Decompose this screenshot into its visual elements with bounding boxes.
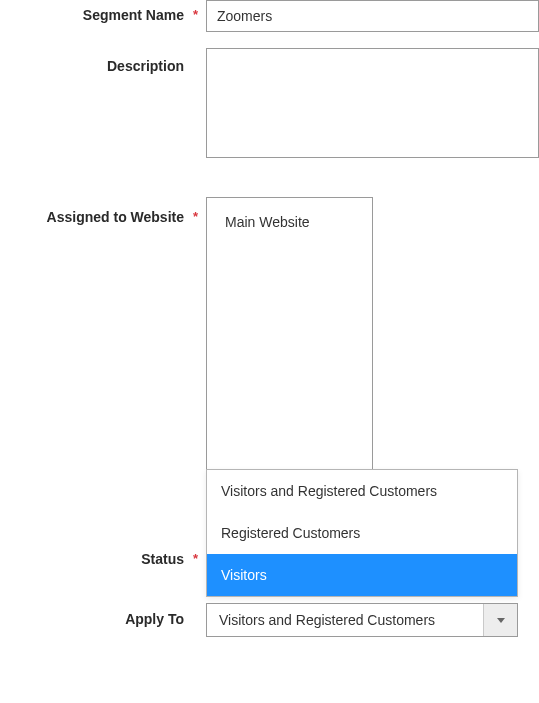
required-indicator: *	[193, 209, 198, 224]
apply-to-option-highlighted[interactable]: Visitors	[207, 554, 517, 596]
required-indicator: *	[193, 7, 198, 22]
assigned-website-option[interactable]: Main Website	[207, 210, 372, 234]
assigned-website-listbox[interactable]: Main Website	[206, 197, 373, 503]
status-label: Status *	[0, 547, 192, 567]
chevron-down-icon	[483, 604, 517, 636]
apply-to-label: Apply To	[0, 603, 192, 627]
apply-to-option[interactable]: Registered Customers	[207, 512, 517, 554]
segment-name-input[interactable]	[206, 0, 539, 32]
assigned-website-row: Assigned to Website * Main Website	[0, 197, 539, 503]
apply-to-row: Apply To Visitors and Registered Custome…	[0, 603, 539, 637]
description-label: Description	[0, 48, 192, 74]
apply-to-dropdown: Visitors and Registered Customers Regist…	[206, 469, 518, 597]
description-input[interactable]	[206, 48, 539, 158]
apply-to-option[interactable]: Visitors and Registered Customers	[207, 470, 517, 512]
assigned-website-label: Assigned to Website *	[0, 197, 192, 225]
description-row: Description	[0, 48, 539, 161]
required-indicator: *	[193, 551, 198, 566]
apply-to-select[interactable]: Visitors and Registered Customers	[206, 603, 518, 637]
apply-to-selected: Visitors and Registered Customers	[207, 604, 483, 636]
segment-name-label: Segment Name *	[0, 0, 192, 23]
segment-name-row: Segment Name *	[0, 0, 539, 32]
